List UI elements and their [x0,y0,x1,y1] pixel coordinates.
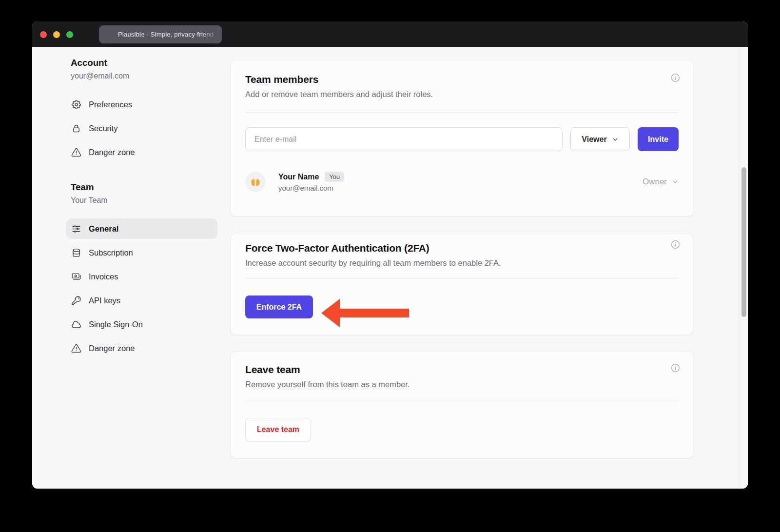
divider [245,278,679,278]
invite-button[interactable]: Invite [638,127,679,151]
role-select[interactable]: Viewer [570,127,630,151]
warning-icon [71,343,81,354]
member-role-select[interactable]: Owner [643,177,679,187]
info-icon[interactable] [670,363,681,373]
card-title: Force Two-Factor Authentication (2FA) [245,242,679,254]
key-icon [71,296,81,306]
plausible-favicon-icon [105,30,114,39]
sidebar-item-team-danger-zone[interactable]: Danger zone [66,338,217,358]
member-role-value: Owner [643,177,667,187]
cloud-icon [71,319,81,330]
chevron-down-icon [612,136,619,143]
sidebar-item-label: Security [89,124,118,133]
sidebar-item-label: Preferences [89,100,132,109]
settings-sidebar: Account your@email.com Preferences Secur… [66,58,217,362]
enforce-2fa-button[interactable]: Enforce 2FA [245,296,313,318]
sidebar-section-account-title: Account [66,58,217,68]
card-subtitle: Add or remove team members and adjust th… [245,90,679,99]
leave-team-card: Leave team Remove yourself from this tea… [230,351,694,458]
info-icon[interactable] [670,239,681,250]
sidebar-item-invoices[interactable]: Invoices [66,266,217,287]
sidebar-item-security[interactable]: Security [66,118,217,138]
banknote-icon [71,272,81,282]
warning-icon [71,147,81,158]
member-name: Your Name [278,173,319,181]
tab-title: Plausible · Simple, privacy-friend [118,31,214,38]
sidebar-item-label: Danger zone [89,148,135,157]
account-nav: Preferences Security Danger zone [66,94,217,162]
card-title: Leave team [245,364,679,375]
browser-tab[interactable]: Plausible · Simple, privacy-friend [99,25,222,43]
zoom-window-button[interactable] [66,31,73,38]
sidebar-item-general[interactable]: General [66,218,217,239]
scrollbar-track[interactable] [739,47,748,489]
member-info: Your Name You your@email.com [278,172,344,192]
leave-team-button[interactable]: Leave team [245,418,311,441]
titlebar: Plausible · Simple, privacy-friend [32,21,748,47]
sliders-icon [71,224,81,234]
sidebar-item-account-danger-zone[interactable]: Danger zone [66,142,217,162]
sidebar-account-email: your@email.com [66,72,217,80]
role-select-value: Viewer [582,135,606,144]
open-hands-emoji-icon [249,176,262,188]
browser-window: Plausible · Simple, privacy-friend Accou… [32,21,748,489]
minimize-window-button[interactable] [53,31,60,38]
sidebar-item-label: API keys [89,296,120,305]
sidebar-item-label: Invoices [89,272,118,281]
force-2fa-card: Force Two-Factor Authentication (2FA) In… [230,233,694,335]
member-email: your@email.com [278,184,344,192]
database-icon [71,248,81,258]
gear-icon [71,99,81,110]
sidebar-item-subscription[interactable]: Subscription [66,242,217,263]
team-members-card: Team members Add or remove team members … [230,60,694,217]
invite-email-input[interactable] [245,127,563,151]
you-badge: You [325,172,344,182]
team-nav: General Subscription Invoices API keys S… [66,218,217,358]
sidebar-item-api-keys[interactable]: API keys [66,290,217,311]
scrollbar-thumb[interactable] [741,167,746,317]
avatar [245,172,266,192]
sidebar-section-team-title: Team [66,182,217,193]
red-annotation-arrow [321,299,409,327]
sidebar-item-single-sign-on[interactable]: Single Sign-On [66,314,217,335]
card-title: Team members [245,74,679,85]
sidebar-item-preferences[interactable]: Preferences [66,94,217,115]
member-row: Your Name You your@email.com Owner [245,172,679,192]
chevron-down-icon [672,178,679,185]
sidebar-item-label: Subscription [89,248,133,257]
info-icon[interactable] [670,73,681,83]
divider [245,401,679,401]
sidebar-item-label: General [89,224,118,234]
sidebar-item-label: Single Sign-On [89,320,143,329]
close-window-button[interactable] [40,31,47,38]
page-content: Account your@email.com Preferences Secur… [32,47,748,489]
traffic-lights [40,31,73,38]
divider [245,112,679,113]
lock-icon [71,123,81,134]
card-subtitle: Remove yourself from this team as a memb… [245,380,679,389]
sidebar-team-name: Your Team [66,196,217,205]
sidebar-item-label: Danger zone [89,344,135,353]
card-subtitle: Increase account security by requiring a… [245,258,679,268]
invite-row: Viewer Invite [245,127,679,151]
